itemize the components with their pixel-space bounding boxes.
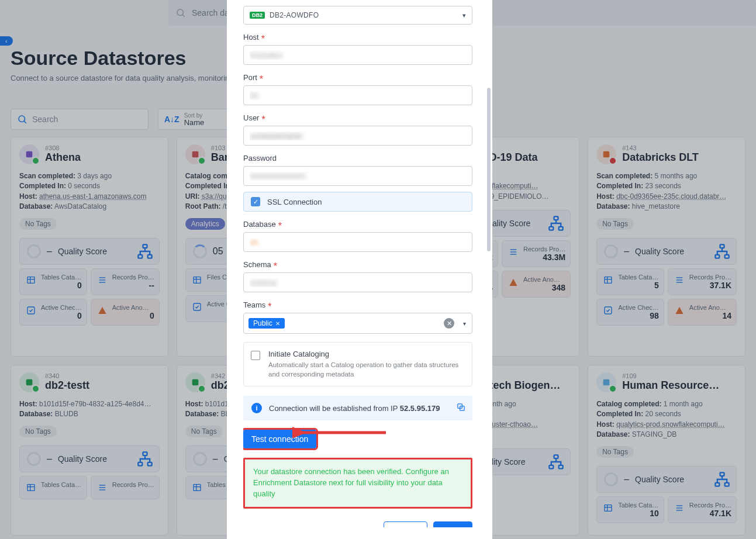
ssl-checkbox-row[interactable]: ✓ SSL Connection (243, 192, 472, 212)
ssl-label: SSL Connection (267, 198, 322, 206)
user-label: User* (243, 113, 472, 122)
finish-button[interactable]: Finish (384, 521, 427, 527)
port-input[interactable] (243, 85, 472, 105)
ip-info-text: Connection will be established from IP 5… (269, 404, 440, 413)
database-input[interactable] (243, 232, 472, 252)
copy-icon[interactable] (457, 403, 465, 414)
password-label: Password (243, 154, 472, 163)
schema-label: Schema* (243, 260, 472, 269)
add-datastore-modal: DB2 DB2-AOWDFO ▾ Host* Port* User* Passw… (227, 0, 492, 539)
user-input[interactable] (243, 126, 472, 146)
db-badge: DB2 (250, 12, 265, 19)
checkbox-checked-icon: ✓ (251, 197, 260, 206)
modal-footer: Finish Next (243, 521, 472, 527)
team-chip[interactable]: Public✕ (248, 318, 285, 329)
chevron-down-icon: ▾ (463, 320, 466, 327)
schema-input[interactable] (243, 272, 472, 292)
connection-name: DB2-AOWDFO (270, 11, 319, 19)
clear-all-icon[interactable]: ✕ (444, 318, 454, 329)
chevron-down-icon: ▾ (462, 12, 466, 19)
connection-select[interactable]: DB2 DB2-AOWDFO ▾ (243, 6, 472, 25)
scrollbar[interactable] (487, 88, 491, 251)
ip-info-banner: i Connection will be established from IP… (243, 396, 472, 420)
catalog-title: Initiate Cataloging (268, 350, 465, 358)
teams-multiselect[interactable]: Public✕ ✕ ▾ (243, 313, 472, 334)
next-button[interactable]: Next (433, 521, 472, 527)
initiate-catalog-row[interactable]: Initiate Cataloging Automatically start … (243, 342, 472, 386)
remove-chip-icon[interactable]: ✕ (275, 320, 280, 327)
catalog-desc: Automatically start a Catalog operation … (268, 361, 465, 379)
info-icon: i (251, 403, 262, 413)
host-input[interactable] (243, 45, 472, 65)
database-label: Database* (243, 220, 472, 229)
port-label: Port* (243, 73, 472, 82)
test-connection-button[interactable]: Test connection (243, 430, 316, 448)
checkbox-unchecked-icon[interactable] (251, 351, 260, 360)
success-message: Your datastore connection has been verif… (243, 458, 472, 509)
host-label: Host* (243, 33, 472, 42)
password-input[interactable] (243, 166, 472, 186)
teams-label: Teams* (243, 300, 472, 309)
